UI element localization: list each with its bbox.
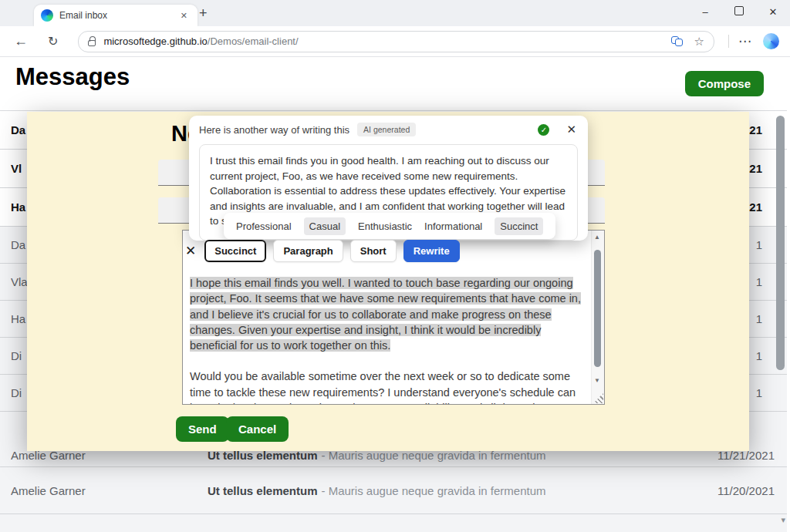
tone-option-professional[interactable]: Professional [236, 221, 292, 232]
email-date: 21 [749, 123, 762, 136]
url-text: microsoftedge.github.io/Demos/email-clie… [103, 35, 298, 47]
shield-check-icon[interactable]: ✓ [538, 124, 549, 136]
lock-icon [88, 36, 96, 46]
maximize-icon [734, 6, 744, 15]
toolbar-divider [728, 35, 729, 48]
cancel-button[interactable]: Cancel [226, 416, 289, 442]
short-length-button[interactable]: Short [350, 240, 397, 262]
copilot-icon[interactable] [763, 33, 779, 49]
edge-favicon-icon [41, 9, 53, 22]
email-preview: - Mauris augue neque gravida in fermentu… [322, 484, 546, 497]
email-date: 1 [756, 386, 762, 399]
popup-title: Here is another way of writing this [199, 124, 349, 136]
email-date: 1 [756, 312, 762, 325]
tone-option-enthusiastic[interactable]: Enthusiastic [358, 221, 412, 232]
page-header: Messages Compose [0, 57, 790, 110]
popup-close-icon[interactable]: ✕ [566, 123, 576, 136]
window-controls: – ✕ [688, 0, 790, 26]
email-date: 21 [749, 162, 762, 175]
table-row[interactable]: Javikutty Thankachan Augue ut lectus- Mi… [0, 514, 787, 532]
address-bar[interactable]: microsoftedge.github.io/Demos/email-clie… [78, 31, 714, 52]
scroll-down-icon[interactable]: ▼ [594, 377, 600, 384]
dismiss-rewrite-icon[interactable]: ✕ [185, 243, 196, 259]
rewrite-toolbar: ✕ Succinct Paragraph Short Rewrite [185, 240, 460, 262]
tone-option-succinct[interactable]: Succinct [495, 217, 543, 235]
page-scrollbar[interactable] [776, 116, 785, 370]
tab-title: Email inbox [59, 10, 171, 21]
browser-window: Email inbox ✕ + – ✕ ← ↻ microsoftedge.gi… [0, 0, 790, 532]
scroll-thumb[interactable] [594, 250, 601, 367]
paragraph-format-button[interactable]: Paragraph [273, 240, 343, 262]
browser-tab[interactable]: Email inbox ✕ [34, 5, 198, 26]
email-date: 1 [756, 275, 762, 288]
compose-button[interactable]: Compose [685, 71, 764, 96]
ai-generated-badge: AI generated [357, 123, 416, 136]
maximize-button[interactable] [722, 0, 756, 26]
sender-name: Amelie Garner [11, 484, 208, 497]
selected-text: I hope this email finds you well. I want… [190, 277, 581, 352]
scroll-up-icon[interactable]: ▲ [594, 234, 600, 241]
table-row[interactable]: Amelie Garner Ut tellus elementum- Mauri… [0, 467, 787, 514]
textarea-scrollbar[interactable]: ▲ ▼ [591, 231, 604, 404]
email-date: 1 [756, 238, 762, 251]
scrollbar-down-icon[interactable]: ▾ [781, 515, 785, 525]
close-window-button[interactable]: ✕ [756, 0, 790, 26]
page-title: Messages [15, 63, 130, 91]
email-date: 11/20/2021 [717, 484, 775, 497]
tab-close-icon[interactable]: ✕ [177, 9, 191, 22]
tone-option-casual[interactable]: Casual [304, 217, 346, 235]
rewrite-button[interactable]: Rewrite [403, 240, 460, 262]
email-subject: Ut tellus elementum [208, 484, 318, 497]
email-date: 1 [756, 349, 762, 362]
tone-option-informational[interactable]: Informational [424, 221, 482, 232]
message-body-text: I hope this email finds you well. I want… [190, 275, 585, 405]
new-tab-button[interactable]: + [194, 4, 212, 23]
popup-header: Here is another way of writing this AI g… [189, 116, 588, 140]
url-host: microsoftedge.github.io [103, 35, 207, 47]
tone-menu: Professional Casual Enthusiastic Informa… [224, 213, 555, 239]
back-button[interactable]: ← [11, 33, 31, 49]
favorites-star-icon[interactable]: ☆ [694, 35, 704, 49]
browser-toolbar: ← ↻ microsoftedge.github.io/Demos/email-… [0, 26, 790, 57]
tab-strip: Email inbox ✕ + – ✕ [0, 0, 790, 26]
refresh-button[interactable]: ↻ [45, 34, 61, 49]
split-screen-icon[interactable] [671, 36, 683, 46]
settings-menu-button[interactable]: ⋯ [738, 33, 752, 49]
succinct-style-button[interactable]: Succinct [204, 240, 266, 262]
minimize-button[interactable]: – [688, 0, 722, 26]
email-date: 21 [749, 200, 762, 214]
send-button[interactable]: Send [176, 416, 229, 442]
url-path: /Demos/email-client/ [208, 35, 299, 47]
